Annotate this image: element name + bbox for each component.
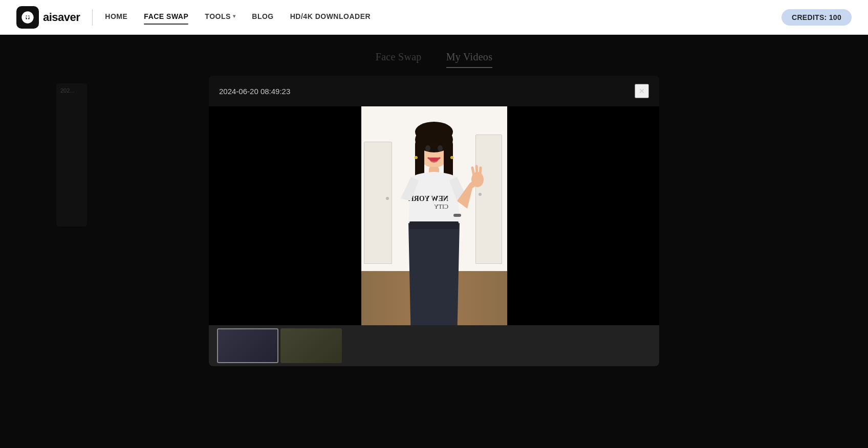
main-nav: HOME FACE SWAP TOOLS ▾ BLOG HD/4K DOWNLO… — [105, 12, 371, 23]
svg-text:NEW YORK: NEW YORK — [408, 195, 448, 203]
nav-blog[interactable]: BLOG — [252, 12, 273, 23]
video-container: NEW YORK CITY — [209, 106, 659, 342]
modal-timestamp: 2024-06-20 08:49:23 — [219, 87, 290, 96]
svg-rect-0 — [25, 14, 31, 15]
black-bar-right — [506, 106, 659, 342]
person-figure: NEW YORK CITY — [383, 106, 485, 342]
video-frame: NEW YORK CITY — [209, 106, 659, 342]
modal-overlay: 2024-06-20 08:49:23 × — [0, 35, 868, 448]
logo-svg — [20, 10, 35, 25]
svg-point-8 — [425, 145, 430, 151]
modal-header: 2024-06-20 08:49:23 × — [209, 76, 659, 106]
header-divider — [92, 9, 93, 26]
svg-point-11 — [415, 156, 418, 159]
logo-area: aisaver — [16, 6, 80, 29]
nav-tools[interactable]: TOOLS ▾ — [205, 12, 235, 23]
svg-rect-17 — [409, 221, 459, 229]
nav-home[interactable]: HOME — [105, 12, 127, 23]
nav-downloader[interactable]: HD/4K DOWNLOADER — [290, 12, 371, 23]
svg-rect-2 — [25, 19, 30, 20]
credits-button[interactable]: CREDITS: 100 — [782, 9, 852, 26]
svg-point-9 — [438, 145, 443, 151]
svg-rect-18 — [453, 214, 461, 217]
svg-point-10 — [430, 158, 438, 163]
video-modal: 2024-06-20 08:49:23 × — [209, 76, 659, 366]
main-content: Face Swap My Videos 202... 2024-06-20 08… — [0, 35, 868, 448]
logo-text: aisaver — [43, 11, 80, 24]
filmstrip-thumb-1[interactable] — [217, 328, 278, 363]
video-center: NEW YORK CITY — [361, 106, 507, 342]
modal-close-button[interactable]: × — [635, 84, 649, 98]
svg-marker-1 — [25, 16, 30, 19]
header: aisaver HOME FACE SWAP TOOLS ▾ BLOG HD/4… — [0, 0, 868, 35]
svg-point-12 — [450, 156, 453, 159]
filmstrip-thumb-2[interactable] — [280, 328, 342, 363]
svg-text:CITY: CITY — [434, 203, 448, 210]
chevron-down-icon: ▾ — [233, 13, 236, 19]
filmstrip — [209, 325, 659, 366]
logo-icon — [16, 6, 39, 29]
svg-point-7 — [415, 122, 453, 142]
video-scene: NEW YORK CITY — [209, 106, 659, 342]
nav-face-swap[interactable]: FACE SWAP — [144, 12, 188, 23]
black-bar-left — [209, 106, 362, 342]
header-right: CREDITS: 100 — [782, 9, 852, 26]
